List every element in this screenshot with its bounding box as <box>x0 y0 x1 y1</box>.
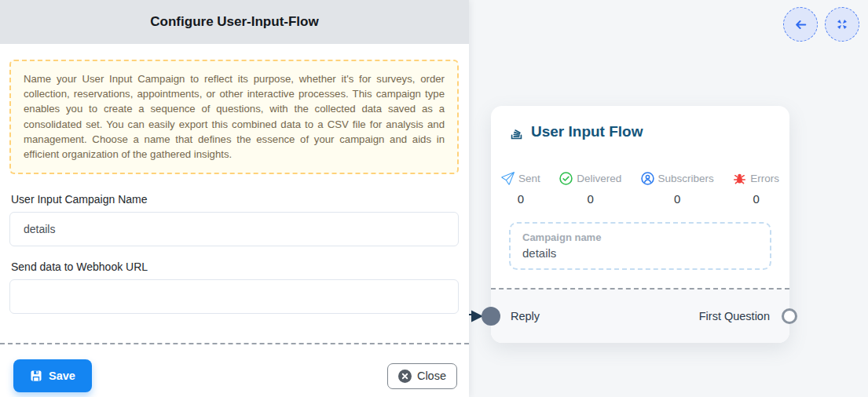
node-footer: Reply First Question <box>491 290 789 343</box>
close-button-label: Close <box>417 370 446 382</box>
check-circle-icon <box>559 172 573 185</box>
node-stats-row: Sent 0 Delivered 0 <box>501 172 779 206</box>
stat-value: 0 <box>641 192 714 206</box>
bug-icon <box>733 172 746 185</box>
configure-flow-modal: Configure User-Input-Flow Name your User… <box>0 0 469 397</box>
stat-label: Sent <box>518 173 540 184</box>
campaign-box-label: Campaign name <box>522 231 758 243</box>
stat-value: 0 <box>501 192 540 206</box>
modal-header: Configure User-Input-Flow <box>0 0 469 44</box>
first-question-handle[interactable] <box>782 308 797 324</box>
subscribers-icon <box>641 172 654 185</box>
node-main: User Input Flow Sent 0 <box>491 106 789 288</box>
stat-label: Errors <box>750 173 779 184</box>
back-button[interactable] <box>783 7 818 42</box>
flow-canvas[interactable]: User Input Flow Sent 0 <box>469 0 868 397</box>
campaign-info-notice: Name your User Input Campaign to reflect… <box>9 60 459 174</box>
reply-label: Reply <box>511 310 540 322</box>
save-button[interactable]: Save <box>13 359 92 392</box>
modal-footer: Save Close <box>9 344 459 392</box>
campaign-name-box: Campaign name details <box>509 222 771 270</box>
reply-handle[interactable] <box>482 307 500 326</box>
stat-label: Subscribers <box>658 173 714 184</box>
modal-title: Configure User-Input-Flow <box>150 14 318 30</box>
canvas-controls <box>783 7 859 42</box>
save-icon <box>30 370 42 382</box>
fit-view-icon <box>836 18 848 31</box>
stat-errors: Errors 0 <box>733 172 779 206</box>
campaign-name-label: User Input Campaign Name <box>11 193 459 206</box>
close-circle-icon <box>398 370 412 383</box>
stat-delivered: Delivered 0 <box>559 172 621 206</box>
node-title: User Input Flow <box>531 123 643 140</box>
send-icon <box>501 172 515 185</box>
webhook-url-input[interactable] <box>9 279 459 314</box>
fit-view-button[interactable] <box>825 7 859 42</box>
stat-value: 0 <box>733 192 779 206</box>
campaign-box-value: details <box>522 246 758 260</box>
close-button[interactable]: Close <box>387 363 457 389</box>
stat-subscribers: Subscribers 0 <box>641 172 714 206</box>
node-title-row: User Input Flow <box>509 123 771 140</box>
campaign-name-input[interactable] <box>9 212 459 246</box>
stat-sent: Sent 0 <box>501 172 540 206</box>
arrow-left-icon <box>794 18 808 31</box>
save-button-label: Save <box>49 370 75 382</box>
stack-icon <box>509 125 524 140</box>
first-question-label: First Question <box>699 310 770 322</box>
modal-body: Name your User Input Campaign to reflect… <box>0 44 469 397</box>
webhook-url-label: Send data to Webhook URL <box>11 260 459 273</box>
stat-label: Delivered <box>577 173 621 184</box>
stat-value: 0 <box>559 192 621 206</box>
user-input-flow-node[interactable]: User Input Flow Sent 0 <box>491 106 789 343</box>
